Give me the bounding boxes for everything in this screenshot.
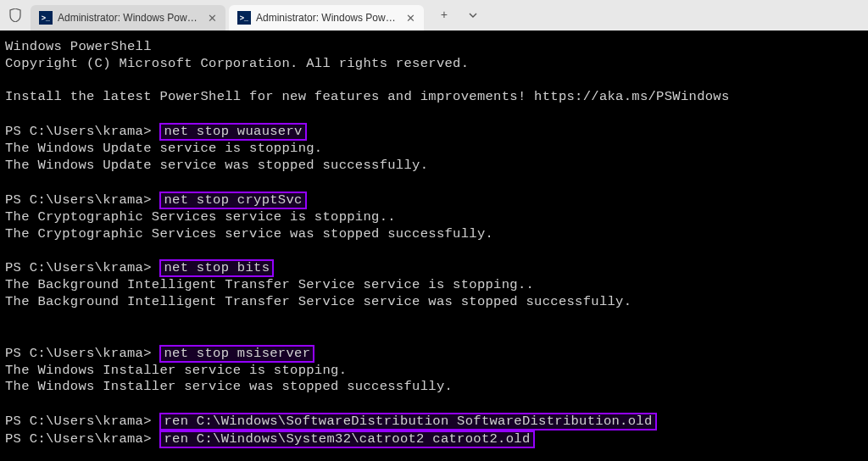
prompt-line: PS C:\Users\krama> net stop msiserver bbox=[5, 345, 863, 363]
output-line: The Background Intelligent Transfer Serv… bbox=[5, 294, 863, 311]
output-line: The Cryptographic Services service was s… bbox=[5, 226, 863, 243]
highlighted-command: net stop cryptSvc bbox=[159, 192, 306, 209]
prompt-line: PS C:\Users\krama> net stop wuauserv bbox=[5, 123, 863, 141]
output-line: The Background Intelligent Transfer Serv… bbox=[5, 277, 863, 294]
tab-active[interactable]: >_ Administrator: Windows Powe… ✕ bbox=[229, 5, 424, 31]
prompt-line: PS C:\Users\krama> ren C:\Windows\Softwa… bbox=[5, 413, 863, 430]
output-line: The Windows Installer service is stoppin… bbox=[5, 363, 863, 380]
tab-bar: >_ Administrator: Windows Powe… ✕ >_ Adm… bbox=[0, 0, 868, 31]
powershell-icon: >_ bbox=[39, 11, 53, 25]
highlighted-command: net stop msiserver bbox=[159, 345, 314, 363]
close-icon[interactable]: ✕ bbox=[205, 11, 219, 25]
tab-inactive[interactable]: >_ Administrator: Windows Powe… ✕ bbox=[31, 5, 225, 31]
tab-controls: + bbox=[432, 3, 485, 27]
highlighted-command: ren C:\Windows\SoftwareDistribution Soft… bbox=[159, 413, 656, 430]
output-line: The Windows Installer service was stoppe… bbox=[5, 379, 863, 396]
new-tab-button[interactable]: + bbox=[432, 3, 456, 27]
copyright-line: Copyright (C) Microsoft Corporation. All… bbox=[5, 56, 863, 73]
tab-dropdown-button[interactable] bbox=[461, 3, 485, 27]
output-line: The Cryptographic Services service is st… bbox=[5, 209, 863, 226]
output-line: The Windows Update service was stopped s… bbox=[5, 158, 863, 175]
prompt-line: PS C:\Users\krama> net stop bits bbox=[5, 259, 863, 277]
highlighted-command: net stop bits bbox=[159, 259, 274, 277]
terminal-content[interactable]: Windows PowerShellCopyright (C) Microsof… bbox=[0, 31, 868, 457]
prompt-line: PS C:\Users\krama> net stop cryptSvc bbox=[5, 192, 863, 209]
tab-title: Administrator: Windows Powe… bbox=[58, 12, 200, 24]
header-line: Windows PowerShell bbox=[5, 39, 863, 56]
close-icon[interactable]: ✕ bbox=[403, 11, 417, 25]
highlighted-command: ren C:\Windows\System32\catroot2 catroot… bbox=[159, 430, 534, 448]
prompt-line: PS C:\Users\krama> ren C:\Windows\System… bbox=[5, 430, 863, 448]
install-line: Install the latest PowerShell for new fe… bbox=[5, 89, 863, 106]
highlighted-command: net stop wuauserv bbox=[159, 123, 306, 141]
shield-icon bbox=[8, 8, 22, 22]
powershell-icon: >_ bbox=[237, 11, 251, 25]
output-line: The Windows Update service is stopping. bbox=[5, 141, 863, 158]
tab-title: Administrator: Windows Powe… bbox=[256, 12, 398, 24]
